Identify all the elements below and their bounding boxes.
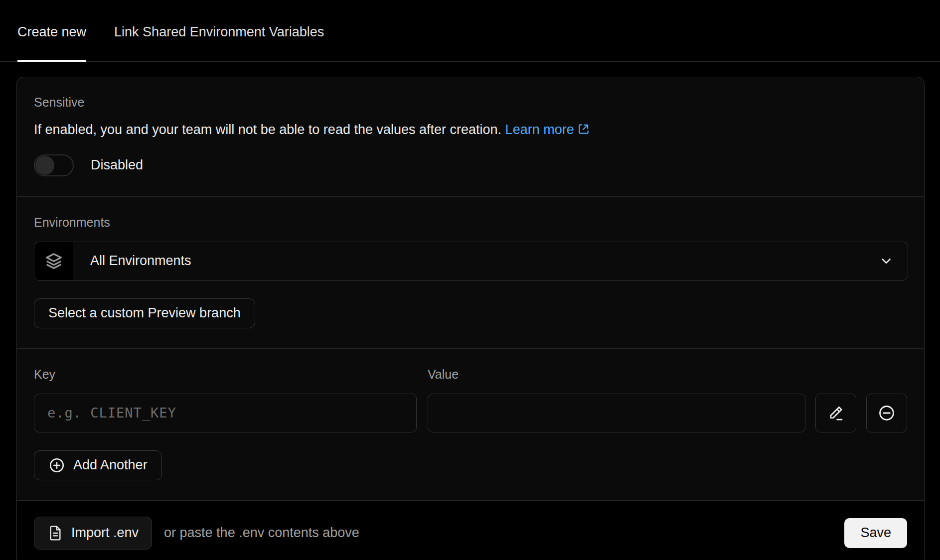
dropdown-selected-value: All Environments xyxy=(90,253,191,269)
sensitive-section: Sensitive If enabled, you and your team … xyxy=(17,77,924,196)
paste-env-hint: or paste the .env contents above xyxy=(164,525,359,541)
tabbar: Create new Link Shared Environment Varia… xyxy=(0,0,940,62)
external-link-icon xyxy=(577,123,590,136)
toggle-knob xyxy=(35,156,54,175)
environments-section: Environments All Environments Select a xyxy=(17,196,924,348)
dropdown-icon-box xyxy=(34,242,73,280)
edit-value-button[interactable] xyxy=(815,394,856,432)
remove-circle-icon xyxy=(877,404,896,422)
toggle-state-label: Disabled xyxy=(91,157,143,173)
add-another-label: Add Another xyxy=(73,457,148,473)
key-value-row: Key Value xyxy=(34,367,907,432)
plus-circle-icon xyxy=(48,457,65,474)
select-preview-branch-button[interactable]: Select a custom Preview branch xyxy=(34,298,255,328)
select-preview-branch-label: Select a custom Preview branch xyxy=(48,305,241,321)
edit-pencil-icon xyxy=(827,404,845,422)
import-env-label: Import .env xyxy=(71,525,139,541)
chevron-down-icon xyxy=(879,254,894,269)
tab-create-new[interactable]: Create new xyxy=(17,0,86,62)
key-column: Key xyxy=(34,367,417,432)
learn-more-link[interactable]: Learn more xyxy=(505,122,590,137)
sensitive-description-text: If enabled, you and your team will not b… xyxy=(34,122,501,137)
value-label: Value xyxy=(428,367,907,382)
environments-dropdown[interactable]: All Environments xyxy=(34,242,908,280)
value-column: Value xyxy=(428,367,907,432)
remove-row-button[interactable] xyxy=(866,394,907,432)
key-input[interactable] xyxy=(34,394,417,432)
learn-more-label: Learn more xyxy=(505,122,574,137)
sensitive-toggle[interactable] xyxy=(34,154,74,176)
sensitive-label: Sensitive xyxy=(34,95,907,110)
layers-icon xyxy=(44,252,63,271)
sensitive-description: If enabled, you and your team will not b… xyxy=(34,122,907,139)
import-env-button[interactable]: Import .env xyxy=(34,517,152,550)
environments-label: Environments xyxy=(34,215,907,230)
value-input[interactable] xyxy=(428,394,805,432)
key-value-section: Key Value xyxy=(17,348,924,500)
save-button[interactable]: Save xyxy=(844,518,907,548)
tab-link-shared-env-vars[interactable]: Link Shared Environment Variables xyxy=(114,0,324,62)
dropdown-value-area: All Environments xyxy=(73,242,908,280)
add-another-button[interactable]: Add Another xyxy=(34,450,162,480)
sensitive-toggle-row: Disabled xyxy=(34,154,907,176)
file-text-icon xyxy=(47,525,63,541)
key-label: Key xyxy=(34,367,417,382)
env-var-card: Sensitive If enabled, you and your team … xyxy=(16,77,925,560)
card-footer: Import .env or paste the .env contents a… xyxy=(17,500,924,560)
